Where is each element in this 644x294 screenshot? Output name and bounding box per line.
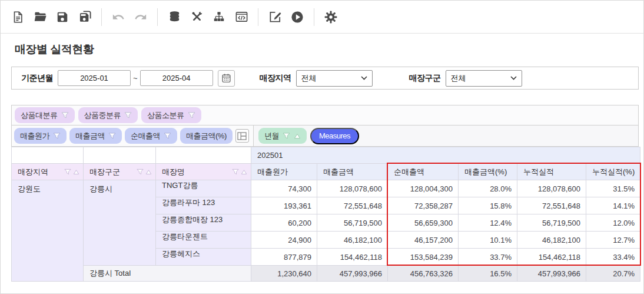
value-cell: 15.8% [459, 197, 517, 214]
toolbar [1, 1, 643, 34]
header-store-name[interactable]: 매장명 [156, 164, 251, 180]
hierarchy-button[interactable] [209, 7, 229, 27]
code-editor-button[interactable] [231, 7, 251, 27]
value-cell: 10.1% [459, 232, 517, 249]
save-as-button[interactable] [75, 7, 95, 27]
measures-button[interactable]: Measures [310, 128, 359, 144]
database-button[interactable] [164, 7, 184, 27]
measure-chip-sales-pct[interactable]: 매출금액(%) [180, 128, 233, 144]
region-select[interactable]: 전체 [296, 70, 373, 87]
new-document-button[interactable] [8, 7, 28, 27]
calendar-icon [221, 73, 231, 83]
period-header-cell[interactable]: 202501 [251, 147, 640, 164]
period-to-input[interactable]: 2025-04 [140, 70, 213, 86]
field-chip-product-middle[interactable]: 상품중분류 [78, 107, 138, 123]
sort-asc-icon[interactable] [145, 169, 152, 175]
value-cell: 72,551,648 [317, 197, 388, 214]
filter-funnel-icon[interactable] [137, 169, 144, 175]
measure-chip-cost[interactable]: 매출원가 [14, 128, 67, 144]
header-cost[interactable]: 매출원가 [251, 164, 317, 180]
value-cell: 193,361 [251, 197, 317, 214]
header-sales[interactable]: 매출금액 [317, 164, 388, 180]
value-cell: 877,879 [251, 249, 317, 266]
filter-funnel-icon[interactable] [53, 133, 61, 139]
period-range-separator: ~ [133, 74, 138, 82]
value-cell: 46,182,100 [317, 232, 388, 249]
header-net-sales[interactable]: 순매출액 [388, 164, 459, 180]
undo-button[interactable] [108, 7, 128, 27]
filter-fields-row: 상품대분류 상품중분류 상품소분류 [11, 105, 639, 125]
redo-icon [134, 11, 147, 24]
pivot-table-area: 202501 매장지역 매장구군 [11, 147, 639, 282]
period-row: 202501 [12, 147, 640, 164]
header-label: 매장지역 [18, 167, 48, 177]
measure-chip-label: 매출원가 [20, 131, 49, 141]
field-chip-label: 상품소분류 [147, 110, 184, 121]
hierarchy-icon [213, 11, 225, 24]
field-chip-label: 상품중분류 [84, 110, 121, 121]
store-cell: 강릉라푸마 123 [156, 197, 251, 214]
value-cell: 128,004,300 [388, 180, 459, 197]
filter-funnel-icon[interactable] [108, 133, 116, 139]
period-from-input[interactable]: 2025-01 [58, 70, 131, 86]
code-editor-icon [235, 10, 248, 24]
layout-grid-button[interactable] [235, 129, 249, 143]
store-cell: 강릉타운젠트 [156, 232, 251, 249]
value-cell: 128,078,600 [517, 180, 586, 197]
filter-funnel-icon[interactable] [232, 169, 239, 175]
sort-asc-icon[interactable] [241, 169, 247, 175]
filter-funnel-icon[interactable] [283, 133, 290, 139]
toolbar-separator [314, 8, 314, 26]
value-cell: 56,659,300 [388, 214, 459, 232]
filter-funnel-icon[interactable] [188, 112, 195, 118]
save-button[interactable] [52, 7, 72, 27]
value-cell: 154,462,118 [317, 249, 388, 266]
value-cell: 12.0% [586, 214, 640, 232]
filter-funnel-icon[interactable] [64, 169, 71, 175]
chevron-down-icon [510, 76, 517, 80]
save-icon [56, 11, 69, 24]
header-cumulative[interactable]: 누적실적 [517, 164, 586, 180]
filter-funnel-icon[interactable] [124, 112, 132, 118]
corner-cell [84, 147, 156, 164]
pivot-table: 202501 매장지역 매장구군 [11, 147, 640, 282]
header-store-region[interactable]: 매장지역 [12, 164, 84, 180]
header-sales-pct[interactable]: 매출금액(%) [459, 164, 517, 180]
header-store-district[interactable]: 매장구군 [84, 164, 156, 180]
measure-chip-label: 매출금액(%) [186, 131, 227, 141]
undo-icon [112, 11, 125, 24]
measure-chip-net-sales[interactable]: 순매출액 [125, 128, 177, 144]
toolbar-separator [101, 8, 102, 26]
value-cell: 28.0% [459, 180, 517, 197]
header-label: 매장명 [162, 167, 185, 177]
sort-asc-icon[interactable] [73, 169, 79, 175]
title-bar: 매장별 실적현황 [1, 34, 643, 57]
measure-chip-sales[interactable]: 매출금액 [69, 128, 122, 144]
value-cell: 14.1% [586, 197, 640, 214]
filter-funnel-icon[interactable] [61, 112, 69, 118]
column-chip-yearmonth[interactable]: 년월 [258, 128, 307, 144]
header-cumulative-pct[interactable]: 누적실적(%) [586, 164, 640, 180]
district-select[interactable]: 전체 [446, 70, 522, 87]
field-chip-product-minor[interactable]: 상품소분류 [141, 107, 201, 123]
store-cell: TNGT강릉 [156, 180, 251, 197]
total-value-cell: 456,763,326 [388, 266, 459, 282]
fields-row: 매출원가 매출금액 순매출액 매출금액(%) [11, 125, 639, 147]
calendar-button[interactable] [218, 70, 235, 87]
corner-cell [12, 147, 84, 164]
run-icon [290, 10, 304, 24]
edit-button[interactable] [265, 7, 285, 27]
sort-asc-icon[interactable] [294, 133, 301, 139]
tools-button[interactable] [187, 7, 207, 27]
settings-icon [324, 10, 338, 24]
open-folder-button[interactable] [30, 7, 50, 27]
redo-button[interactable] [131, 7, 151, 27]
settings-button[interactable] [321, 7, 341, 27]
value-cell: 154,462,118 [517, 249, 586, 266]
run-button[interactable] [287, 7, 307, 27]
filter-funnel-icon[interactable] [164, 133, 171, 139]
field-chip-product-major[interactable]: 상품대분류 [15, 107, 75, 123]
region-label: 매장지역 [260, 73, 291, 84]
column-chip-label: 년월 [264, 131, 279, 141]
value-cell: 46,157,200 [388, 232, 459, 249]
